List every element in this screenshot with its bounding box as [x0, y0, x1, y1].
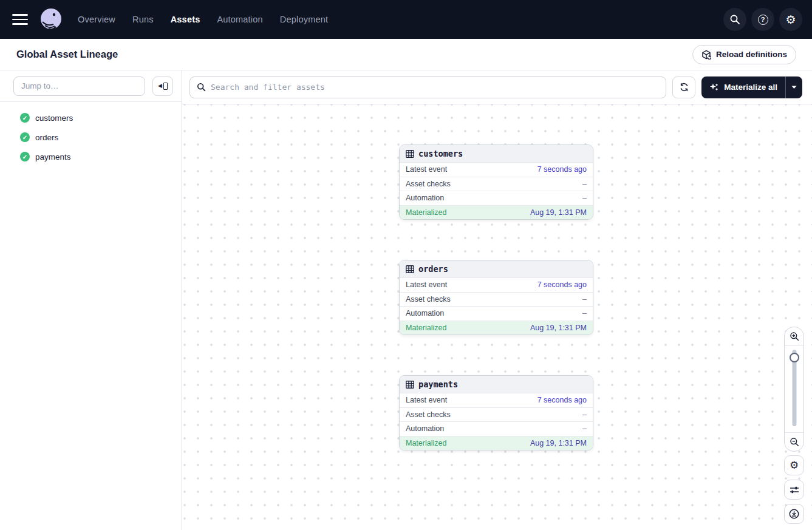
row-label: Asset checks: [406, 180, 451, 188]
zoom-in-icon[interactable]: [785, 327, 803, 345]
row-value: –: [582, 194, 587, 202]
latest-event-link[interactable]: 7 seconds ago: [537, 280, 587, 289]
materialized-check-icon: ✓: [20, 132, 30, 142]
materialize-all-label: Materialize all: [724, 83, 777, 92]
search-assets-input[interactable]: [211, 83, 659, 92]
materialize-dropdown-caret-icon[interactable]: [786, 76, 802, 98]
materialized-timestamp-link[interactable]: Aug 19, 1:31 PM: [530, 324, 587, 332]
help-glyph: ?: [758, 15, 768, 25]
settings-gear-icon[interactable]: ⚙: [779, 8, 802, 31]
row-label: Latest event: [406, 280, 447, 289]
status-badge: Materialized: [406, 208, 446, 217]
search-icon: [197, 83, 206, 92]
zoom-slider-knob[interactable]: [790, 353, 799, 362]
node-row-materialized: Materialized Aug 19, 1:31 PM: [400, 205, 593, 220]
materialized-check-icon: ✓: [20, 152, 30, 161]
dagster-logo[interactable]: [39, 7, 63, 32]
asset-search-box: [189, 76, 666, 98]
asset-sidebar: ◀ ✓ customers ✓ orders ✓ payments: [0, 70, 182, 530]
status-badge: Materialized: [406, 324, 446, 332]
row-value: –: [582, 309, 587, 318]
row-value: –: [582, 295, 587, 304]
row-label: Automation: [406, 424, 444, 433]
row-label: Automation: [406, 194, 444, 202]
sidebar-item-payments[interactable]: ✓ payments: [0, 147, 182, 166]
row-label: Latest event: [406, 165, 447, 174]
row-label: Asset checks: [406, 410, 451, 419]
export-download-icon[interactable]: [784, 504, 804, 524]
row-value: –: [582, 180, 587, 188]
status-badge: Materialized: [406, 439, 446, 447]
node-row-latest-event: Latest event 7 seconds ago: [400, 277, 593, 292]
lineage-graph-panel: Materialize all customers Latest event: [182, 70, 812, 530]
node-row-latest-event: Latest event 7 seconds ago: [400, 393, 593, 407]
asset-name: payments: [35, 152, 71, 161]
node-row-asset-checks: Asset checks –: [400, 292, 593, 307]
materialized-timestamp-link[interactable]: Aug 19, 1:31 PM: [530, 439, 587, 447]
page-header: Global Asset Lineage Reload definitions: [0, 39, 812, 70]
row-value: –: [582, 424, 587, 433]
jump-to-input[interactable]: [13, 76, 145, 96]
materialized-timestamp-link[interactable]: Aug 19, 1:31 PM: [530, 208, 587, 217]
asset-node-customers[interactable]: customers Latest event 7 seconds ago Ass…: [399, 144, 593, 220]
zoom-out-icon[interactable]: [785, 433, 803, 451]
graph-filters-icon[interactable]: [784, 480, 804, 500]
top-navbar: Overview Runs Assets Automation Deployme…: [0, 0, 812, 39]
menu-hamburger-icon[interactable]: [12, 14, 28, 25]
row-label: Asset checks: [406, 295, 451, 304]
nav-item-assets[interactable]: Assets: [171, 15, 200, 24]
latest-event-link[interactable]: 7 seconds ago: [537, 396, 587, 404]
gear-glyph: ⚙: [785, 14, 796, 25]
sidebar-item-customers[interactable]: ✓ customers: [0, 108, 182, 127]
zoom-slider: [785, 346, 803, 432]
gear-glyph: ⚙: [790, 459, 799, 472]
materialize-all-button[interactable]: Materialize all: [701, 76, 785, 98]
asset-node-payments[interactable]: payments Latest event 7 seconds ago Asse…: [399, 375, 593, 450]
node-row-latest-event: Latest event 7 seconds ago: [400, 162, 593, 177]
zoom-control-panel: [784, 327, 804, 452]
collapse-triangle-glyph: ◀: [158, 83, 162, 89]
node-row-automation: Automation –: [400, 191, 593, 205]
sidebar-toolbar: ◀: [0, 70, 182, 102]
asset-node-title: payments: [418, 379, 458, 389]
reload-definitions-button[interactable]: Reload definitions: [692, 45, 796, 64]
asset-list: ✓ customers ✓ orders ✓ payments: [0, 102, 182, 166]
asset-name: orders: [35, 133, 58, 142]
nav-item-deployment[interactable]: Deployment: [280, 15, 328, 24]
asset-name: customers: [35, 114, 73, 123]
lineage-canvas[interactable]: customers Latest event 7 seconds ago Ass…: [182, 104, 812, 530]
nav-item-runs[interactable]: Runs: [132, 15, 154, 24]
graph-settings-gear-icon[interactable]: ⚙: [784, 455, 804, 475]
asset-node-orders[interactable]: orders Latest event 7 seconds ago Asset …: [399, 260, 593, 335]
asset-node-title: customers: [418, 149, 463, 158]
nav-item-automation[interactable]: Automation: [217, 15, 262, 24]
search-icon[interactable]: [723, 8, 746, 31]
node-row-asset-checks: Asset checks –: [400, 407, 593, 422]
navbar-actions: ? ⚙: [723, 8, 802, 31]
sidebar-item-orders[interactable]: ✓ orders: [0, 127, 182, 147]
node-row-materialized: Materialized Aug 19, 1:31 PM: [400, 321, 593, 335]
sparkle-icon: [709, 83, 719, 92]
collapse-rect-glyph: [163, 83, 168, 90]
materialized-check-icon: ✓: [20, 113, 30, 123]
node-row-automation: Automation –: [400, 306, 593, 321]
asset-node-title: orders: [418, 264, 448, 274]
main-content: ◀ ✓ customers ✓ orders ✓ payments: [0, 70, 812, 530]
latest-event-link[interactable]: 7 seconds ago: [537, 165, 587, 174]
table-grid-icon: [406, 150, 414, 158]
node-row-automation: Automation –: [400, 421, 593, 436]
table-grid-icon: [406, 381, 414, 389]
node-row-asset-checks: Asset checks –: [400, 177, 593, 191]
graph-toolbar: Materialize all: [182, 70, 812, 104]
table-grid-icon: [406, 265, 414, 273]
collapse-panel-icon[interactable]: ◀: [152, 76, 173, 96]
page-title: Global Asset Lineage: [16, 49, 118, 60]
help-icon[interactable]: ?: [751, 8, 774, 31]
row-label: Automation: [406, 309, 444, 318]
refresh-icon[interactable]: [672, 76, 695, 98]
reload-definitions-label: Reload definitions: [716, 50, 787, 59]
reload-cube-icon: [701, 50, 711, 59]
row-label: Latest event: [406, 396, 447, 404]
primary-nav: Overview Runs Assets Automation Deployme…: [78, 15, 328, 24]
nav-item-overview[interactable]: Overview: [78, 15, 115, 24]
